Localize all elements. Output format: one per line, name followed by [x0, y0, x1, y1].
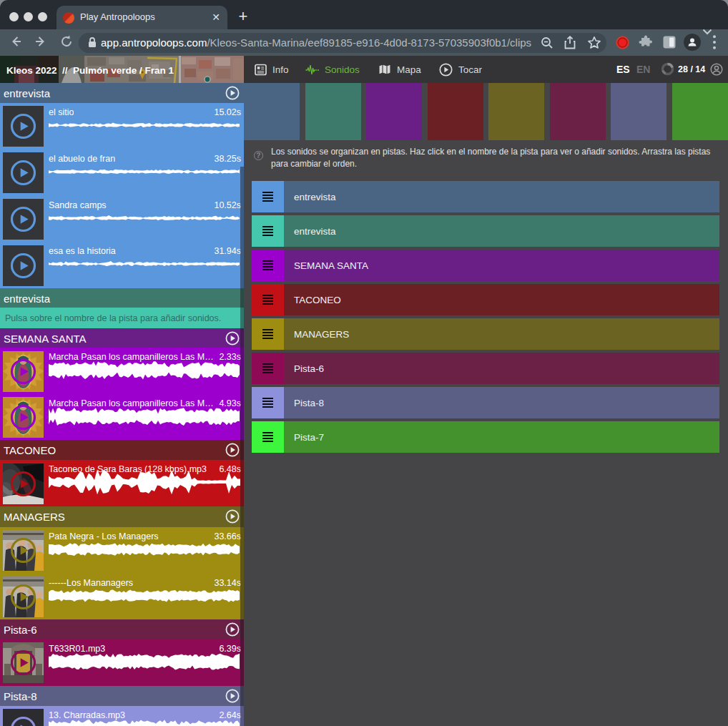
svg-text:Kleos 2022 // Pulmón verde /: Kleos 2022 // Pulmón verde / Fran 1 [6, 65, 174, 76]
